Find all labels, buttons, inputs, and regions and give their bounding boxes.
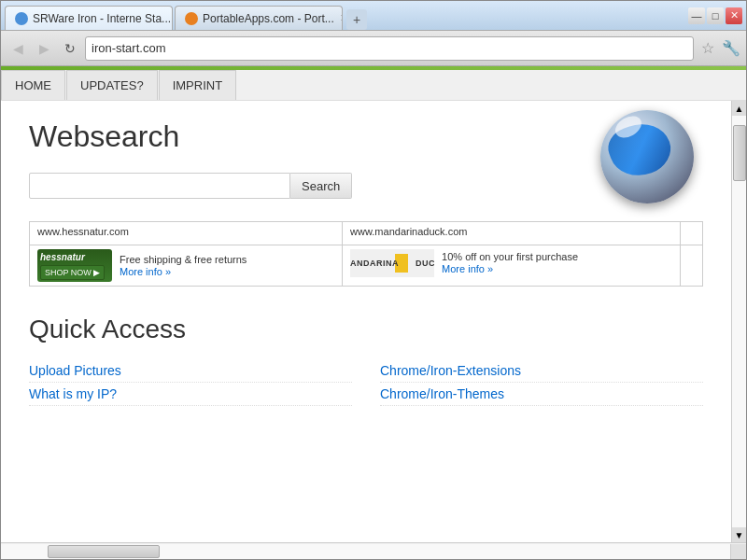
page-nav-imprint[interactable]: IMPRINT [159,70,236,100]
page-nav-home[interactable]: HOME [1,70,65,100]
page-nav-updates[interactable]: UPDATES? [66,70,158,100]
ad-2-domain: www.mandarinaduck.com [343,222,681,245]
h-scroll-thumb[interactable] [48,545,160,558]
tab-2[interactable]: PortableApps.com - Port... ✕ [175,6,343,30]
mandarina-duck-text: DUCK [416,259,434,268]
ad-1-more-info[interactable]: More info » [120,266,171,277]
forward-button[interactable]: ▶ [33,37,55,60]
page-content: Websearch Search www.hessnatur.com www.m… [1,101,731,542]
logo-wrap [600,110,694,203]
content-wrap: Websearch Search www.hessnatur.com www.m… [1,101,746,542]
ad-1-description: Free shipping & free returns [120,254,247,265]
ads-table: www.hessnatur.com www.mandarinaduck.com [29,221,703,287]
quick-links-col2: Chrome/Iron-Extensions Chrome/Iron-Theme… [380,359,703,406]
bottom-bar [1,542,746,559]
quick-links-col1: Upload Pictures What is my IP? [29,359,352,406]
shop-now-button[interactable]: SHOP NOW ▶ [40,265,105,280]
forward-icon: ▶ [39,41,49,56]
refresh-button[interactable]: ↻ [59,37,81,60]
tab-2-favicon [185,12,198,25]
play-icon: ▶ [93,268,100,277]
horizontal-scrollbar[interactable] [1,544,731,559]
tab-2-close[interactable]: ✕ [340,12,343,24]
tab-1[interactable]: SRWare Iron - Interne Sta... ✕ [5,6,173,30]
ad-2-text-block: 10% off on your first purchase More info… [442,251,578,275]
hessnatur-logo-box: hessnatur SHOP NOW ▶ [37,249,112,282]
search-input[interactable] [29,173,290,199]
tools-icon[interactable]: 🔧 [722,39,740,57]
browser-window: SRWare Iron - Interne Sta... ✕ PortableA… [0,0,747,560]
quick-link-chrome-extensions[interactable]: Chrome/Iron-Extensions [380,359,703,383]
mandarina-logo: MANDARINA DUCK [350,249,434,277]
scroll-up-button[interactable]: ▲ [732,101,746,116]
address-bar-wrap [85,36,694,61]
refresh-icon: ↻ [64,41,76,56]
scroll-thumb[interactable] [733,125,746,181]
quick-access-title: Quick Access [29,315,703,344]
ad-1-content: hessnatur SHOP NOW ▶ Free shipping & fre… [30,245,343,287]
ads-content-row: hessnatur SHOP NOW ▶ Free shipping & fre… [30,245,703,287]
hessnatur-logo: hessnatur SHOP NOW ▶ [37,249,112,282]
page-nav: HOME UPDATES? IMPRINT [1,70,746,101]
new-tab-button[interactable]: + [346,9,367,30]
scroll-track [732,116,746,527]
back-button[interactable]: ◀ [7,37,29,60]
search-button[interactable]: Search [290,173,352,199]
bookmark-star-icon[interactable]: ☆ [701,39,714,57]
tab-2-label: PortableApps.com - Port... [203,12,334,25]
back-icon: ◀ [13,41,23,56]
ad-3-domain [681,222,703,245]
tab-1-favicon [15,12,28,25]
ad-2-content: MANDARINA DUCK 10% off on your first pur… [343,245,681,287]
scrollbar-corner [731,544,746,559]
title-bar: SRWare Iron - Interne Sta... ✕ PortableA… [1,1,746,31]
iron-logo [600,110,694,203]
ad-1-domain: www.hessnatur.com [30,222,343,245]
quick-link-chrome-themes[interactable]: Chrome/Iron-Themes [380,383,703,406]
minimize-button[interactable]: — [688,7,705,24]
scroll-down-button[interactable]: ▼ [732,527,746,542]
navigation-bar: ◀ ▶ ↻ ☆ 🔧 [1,31,746,66]
close-button[interactable]: ✕ [726,7,742,24]
ads-header-row: www.hessnatur.com www.mandarinaduck.com [30,222,703,245]
ad-2-more-info[interactable]: More info » [442,263,493,274]
ad-2-description: 10% off on your first purchase [442,251,578,262]
quick-link-upload-pictures[interactable]: Upload Pictures [29,359,352,383]
quick-link-what-is-my-ip[interactable]: What is my IP? [29,383,352,406]
tab-bar: SRWare Iron - Interne Sta... ✕ PortableA… [5,1,688,30]
window-controls: — □ ✕ [688,7,742,24]
maximize-button[interactable]: □ [707,7,724,24]
tab-1-label: SRWare Iron - Interne Sta... [33,12,171,25]
ad-3-content [681,245,703,287]
ad-2-inner: MANDARINA DUCK 10% off on your first pur… [350,249,672,277]
address-input[interactable] [92,41,687,55]
ad-1-inner: hessnatur SHOP NOW ▶ Free shipping & fre… [37,249,334,282]
vertical-scrollbar[interactable]: ▲ ▼ [731,101,746,542]
ad-1-text-block: Free shipping & free returns More info » [120,254,247,278]
quick-links-grid: Upload Pictures What is my IP? Chrome/Ir… [29,359,703,406]
mandarina-brand-text: MANDARINA [350,259,399,268]
hessnatur-brand-text: hessnatur [40,252,85,262]
